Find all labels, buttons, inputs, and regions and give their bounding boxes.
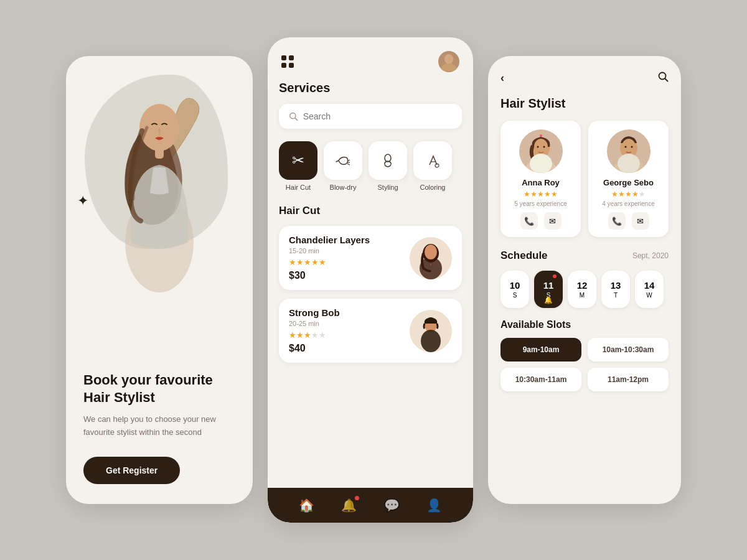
day-11[interactable]: 11 S 🔔	[534, 271, 563, 308]
george-experience: 4 years experience	[602, 200, 655, 207]
schedule-title: Schedule	[500, 250, 548, 262]
george-avatar	[607, 129, 651, 173]
svg-point-3	[444, 54, 453, 64]
svg-rect-2	[155, 146, 164, 159]
service-stars-strongbob: ★★★★★	[289, 330, 410, 340]
svg-point-35	[618, 154, 640, 173]
day-num-14: 14	[644, 280, 655, 291]
back-button[interactable]: ‹	[500, 72, 504, 85]
day-letter-12: M	[580, 292, 585, 299]
day-num-10: 10	[510, 280, 520, 291]
search-bar[interactable]	[279, 104, 462, 129]
service-blowdry[interactable]: Blow-dry	[324, 141, 362, 191]
day-13[interactable]: 13 T	[601, 271, 630, 308]
anna-email-button[interactable]: ✉	[544, 212, 561, 230]
stylist-detail-card: ‹ Hair Stylist Anna Roy ★★★★★ 5 years ex…	[488, 56, 681, 504]
service-styling[interactable]: Styling	[369, 141, 407, 191]
svg-line-22	[665, 79, 668, 82]
day-num-11: 11	[543, 280, 554, 291]
service-coloring[interactable]: Coloring	[413, 141, 452, 191]
star-decoration: ✦	[77, 193, 88, 209]
nav-home[interactable]: 🏠	[299, 498, 314, 513]
card2-body: Services ✂ Hair Cut Blow-dry	[268, 81, 473, 488]
svg-point-16	[425, 245, 437, 259]
service-name-strongbob: Strong Bob	[289, 307, 410, 318]
anna-avatar	[519, 129, 563, 173]
service-price-chandelier: $30	[289, 270, 410, 281]
haircut-label: Hair Cut	[286, 184, 311, 191]
service-item-chandelier[interactable]: Chandelier Layers 15-20 min ★★★★★ $30	[279, 226, 462, 290]
styling-label: Styling	[377, 184, 398, 191]
schedule-days: 10 S 11 S 🔔 12 M 13 T 14 W	[500, 271, 669, 308]
svg-point-26	[537, 146, 538, 148]
svg-point-29	[540, 134, 542, 137]
schedule-month: Sept, 2020	[632, 251, 669, 260]
slot-10am[interactable]: 10am-10:30am	[588, 338, 669, 362]
search-button[interactable]	[657, 71, 669, 85]
stylist-list: Anna Roy ★★★★★ 5 years experience 📞 ✉ Ge…	[500, 121, 669, 237]
service-name-chandelier: Chandelier Layers	[289, 235, 410, 245]
day-10[interactable]: 10 S	[500, 271, 529, 308]
haircut-icon-box: ✂	[279, 141, 317, 180]
day-num-12: 12	[577, 280, 588, 291]
anna-phone-button[interactable]: 📞	[520, 212, 538, 230]
svg-point-4	[441, 63, 457, 71]
notification-badge	[355, 496, 359, 500]
blowdry-label: Blow-dry	[330, 184, 357, 191]
services-card: Services ✂ Hair Cut Blow-dry	[268, 37, 473, 523]
service-time-chandelier: 15-20 min	[289, 247, 410, 254]
svg-point-11	[385, 154, 391, 162]
slots-grid: 9am-10am 10am-10:30am 10:30am-11am 11am-…	[500, 338, 669, 391]
slot-1030am[interactable]: 10:30am-11am	[500, 368, 581, 391]
george-name: George Sebo	[603, 178, 654, 187]
card1-content-area: Book your favourite Hair Stylist We can …	[66, 317, 253, 504]
user-avatar[interactable]	[438, 51, 459, 72]
search-icon	[289, 111, 298, 121]
onboarding-title: Book your favourite Hair Stylist	[83, 371, 235, 406]
card3-header: ‹	[500, 71, 669, 85]
service-item-strongbob[interactable]: Strong Bob 20-25 min ★★★★★ $40	[279, 299, 462, 363]
nav-bell[interactable]: 🔔	[341, 498, 357, 513]
haircut-section-title: Hair Cut	[279, 205, 462, 217]
svg-point-20	[421, 330, 441, 352]
george-email-button[interactable]: ✉	[632, 212, 649, 230]
svg-point-27	[543, 146, 545, 148]
get-register-button[interactable]: Get Register	[83, 457, 180, 484]
coloring-label: Coloring	[420, 184, 446, 191]
anna-name: Anna Roy	[522, 178, 560, 187]
stylist-section-title: Hair Stylist	[500, 96, 669, 111]
illustration-area: ✦	[66, 56, 253, 317]
slot-9am[interactable]: 9am-10am	[500, 338, 581, 362]
george-phone-button[interactable]: 📞	[608, 212, 626, 230]
bottom-navigation: 🏠 🔔 💬 👤	[268, 488, 473, 523]
day-14[interactable]: 14 W	[635, 271, 664, 308]
search-input[interactable]	[303, 111, 452, 121]
day-12[interactable]: 12 M	[568, 271, 596, 308]
day-letter-14: W	[646, 292, 652, 299]
service-img-chandelier	[410, 237, 452, 279]
slot-11am[interactable]: 11am-12pm	[588, 368, 669, 391]
svg-point-33	[624, 146, 626, 148]
onboarding-description: We can help you to choose your new favou…	[83, 413, 235, 439]
stylist-anna[interactable]: Anna Roy ★★★★★ 5 years experience 📞 ✉	[500, 121, 581, 237]
svg-point-34	[631, 146, 632, 148]
nav-profile[interactable]: 👤	[426, 498, 442, 513]
svg-point-21	[659, 73, 666, 80]
onboarding-card: ✦ Book your favourite Hair Stylist We ca…	[66, 56, 253, 504]
george-stars: ★★★★★	[611, 190, 646, 198]
service-haircut[interactable]: ✂ Hair Cut	[279, 141, 317, 191]
card2-header	[268, 37, 473, 81]
nav-chat[interactable]: 💬	[384, 498, 400, 513]
day-letter-10: S	[513, 292, 517, 299]
styling-icon-box	[369, 141, 407, 180]
day-notif-11	[553, 274, 557, 278]
day-bell-11: 🔔	[544, 296, 553, 304]
svg-point-17	[430, 264, 431, 265]
service-stars-chandelier: ★★★★★	[289, 258, 410, 267]
coloring-icon-box	[413, 141, 452, 180]
anna-stars: ★★★★★	[524, 190, 558, 198]
grid-icon[interactable]	[281, 55, 294, 68]
service-categories: ✂ Hair Cut Blow-dry Styling Coloring	[279, 141, 462, 191]
stylist-george[interactable]: George Sebo ★★★★★ 4 years experience 📞 ✉	[588, 121, 669, 237]
service-price-strongbob: $40	[289, 343, 410, 354]
